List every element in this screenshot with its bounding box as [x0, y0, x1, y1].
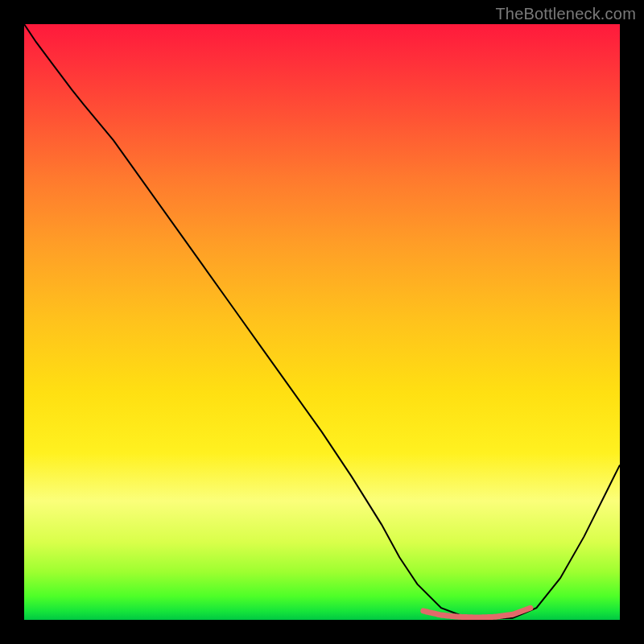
- watermark-label: TheBottleneck.com: [495, 5, 636, 23]
- optimal-marker-line: [423, 608, 530, 617]
- bottleneck-curve-line: [24, 24, 620, 619]
- chart-frame: TheBottleneck.com: [0, 0, 644, 644]
- bottleneck-chart: [24, 24, 620, 620]
